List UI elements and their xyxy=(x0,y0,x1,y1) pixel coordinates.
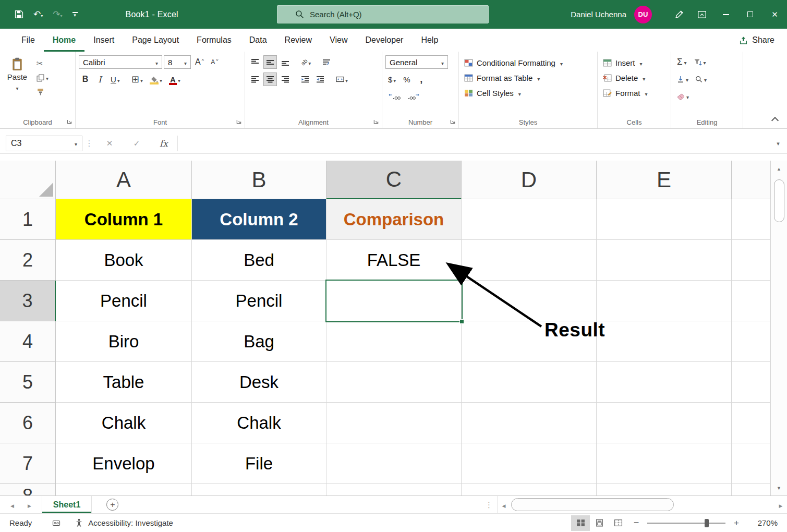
row-header-6[interactable]: 6 xyxy=(0,403,56,443)
selected-cell-outline[interactable] xyxy=(325,280,463,322)
delete-cells-button[interactable]: Delete xyxy=(601,70,668,86)
scroll-right-button[interactable] xyxy=(774,500,787,509)
cell-E4[interactable] xyxy=(597,321,732,362)
decrease-font-size-button[interactable] xyxy=(208,55,221,69)
cell-A2[interactable]: Book xyxy=(56,240,192,281)
zoom-slider[interactable] xyxy=(647,523,725,524)
close-button[interactable] xyxy=(762,0,787,29)
page-break-preview-button[interactable] xyxy=(609,515,627,531)
customize-quick-access-toolbar-icon[interactable] xyxy=(72,12,78,17)
fill-handle[interactable] xyxy=(459,319,464,324)
cell-F4[interactable] xyxy=(732,321,770,362)
middle-align-button[interactable] xyxy=(263,55,277,69)
tab-formulas[interactable]: Formulas xyxy=(188,29,240,52)
cancel-icon[interactable]: ✕ xyxy=(96,139,123,148)
cell-B7[interactable]: File xyxy=(192,443,326,484)
cell-B6[interactable]: Chalk xyxy=(192,403,326,443)
align-left-button[interactable] xyxy=(248,72,262,86)
zoom-in-button[interactable]: + xyxy=(728,518,745,528)
ribbon-display-options-icon[interactable] xyxy=(691,0,713,29)
zoom-out-button[interactable]: − xyxy=(627,517,645,528)
macro-record-button[interactable] xyxy=(52,519,61,527)
tab-data[interactable]: Data xyxy=(240,29,276,52)
tab-page-layout[interactable]: Page Layout xyxy=(123,29,188,52)
user-name[interactable]: Daniel Uchenna xyxy=(571,10,626,19)
normal-view-button[interactable] xyxy=(571,515,590,531)
column-header-b[interactable]: B xyxy=(192,161,326,199)
insert-cells-button[interactable]: Insert xyxy=(601,55,668,70)
next-sheet-icon[interactable] xyxy=(28,500,31,509)
format-painter-button[interactable] xyxy=(37,87,49,97)
scroll-left-button[interactable] xyxy=(498,500,510,509)
cell-D2[interactable] xyxy=(462,240,597,281)
formula-input[interactable] xyxy=(177,136,769,151)
horizontal-scrollbar[interactable] xyxy=(497,496,787,513)
decrease-indent-button[interactable] xyxy=(298,72,312,86)
cell-E6[interactable] xyxy=(597,403,732,443)
cell-A6[interactable]: Chalk xyxy=(56,403,192,443)
horizontal-scroll-track[interactable] xyxy=(510,496,774,513)
search-box[interactable]: Search (Alt+Q) xyxy=(277,5,489,23)
zoom-level[interactable]: 270% xyxy=(748,518,778,527)
row-header-2[interactable]: 2 xyxy=(0,240,56,281)
column-header-c[interactable]: C xyxy=(326,161,462,199)
vertical-scroll-thumb[interactable] xyxy=(774,179,784,222)
borders-button[interactable] xyxy=(129,72,146,86)
cell-D3[interactable] xyxy=(462,281,597,321)
cell-B4[interactable]: Bag xyxy=(192,321,326,362)
center-button[interactable] xyxy=(263,72,277,86)
cell-F2[interactable] xyxy=(732,240,770,281)
tab-developer[interactable]: Developer xyxy=(356,29,412,52)
row-header-7[interactable]: 7 xyxy=(0,443,56,484)
cell-A3[interactable]: Pencil xyxy=(56,281,192,321)
vertical-scrollbar[interactable] xyxy=(770,161,787,495)
cell-E1[interactable] xyxy=(597,199,732,240)
autosum-button[interactable]: Σ xyxy=(674,55,689,69)
cell-B1[interactable]: Column 2 xyxy=(192,199,326,240)
previous-sheet-icon[interactable] xyxy=(10,500,14,509)
cell-E8[interactable] xyxy=(597,484,732,495)
maximize-button[interactable] xyxy=(738,0,762,29)
merge-center-button[interactable] xyxy=(333,72,350,86)
cut-button[interactable] xyxy=(37,58,49,69)
copy-button[interactable] xyxy=(37,72,49,83)
cell-C6[interactable] xyxy=(326,403,462,443)
cell-B8[interactable] xyxy=(192,484,326,495)
font-color-button[interactable] xyxy=(166,72,183,86)
sort-filter-button[interactable] xyxy=(691,55,709,69)
decrease-decimal-button[interactable] xyxy=(405,90,422,103)
row-header-8[interactable]: 8 xyxy=(0,484,56,495)
save-icon[interactable] xyxy=(15,10,23,19)
cell-C1[interactable]: Comparison xyxy=(326,199,462,240)
cell-C5[interactable] xyxy=(326,362,462,403)
cell-A8[interactable] xyxy=(56,484,192,495)
cell-B3[interactable]: Pencil xyxy=(192,281,326,321)
number-dialog-launcher[interactable] xyxy=(450,118,456,125)
cell-F6[interactable] xyxy=(732,403,770,443)
tab-review[interactable]: Review xyxy=(276,29,321,52)
format-as-table-button[interactable]: Format as Table xyxy=(462,70,594,86)
font-size-select[interactable]: 8 xyxy=(164,55,191,69)
number-format-select[interactable]: General xyxy=(385,55,448,69)
avatar[interactable]: DU xyxy=(634,6,652,23)
format-cells-button[interactable]: Format xyxy=(601,86,668,101)
cell-A1[interactable]: Column 1 xyxy=(56,199,192,240)
cell-C8[interactable] xyxy=(326,484,462,495)
scroll-down-button[interactable] xyxy=(771,480,787,495)
minimize-button[interactable] xyxy=(713,0,738,29)
splitter-handle-icon[interactable] xyxy=(481,496,497,513)
alignment-dialog-launcher[interactable] xyxy=(373,118,379,125)
comma-style-button[interactable]: , xyxy=(415,72,428,86)
bold-button[interactable]: B xyxy=(79,72,92,86)
cell-E7[interactable] xyxy=(597,443,732,484)
collapse-ribbon-icon[interactable] xyxy=(771,117,779,124)
row-header-5[interactable]: 5 xyxy=(0,362,56,403)
orientation-button[interactable] xyxy=(298,55,313,69)
percent-style-button[interactable]: % xyxy=(400,72,413,86)
scroll-up-button[interactable] xyxy=(771,161,787,176)
font-name-select[interactable]: Calibri xyxy=(79,55,162,69)
clipboard-dialog-launcher[interactable] xyxy=(66,118,72,125)
italic-button[interactable]: I xyxy=(93,72,106,86)
align-right-button[interactable] xyxy=(279,72,292,86)
tab-view[interactable]: View xyxy=(321,29,356,52)
